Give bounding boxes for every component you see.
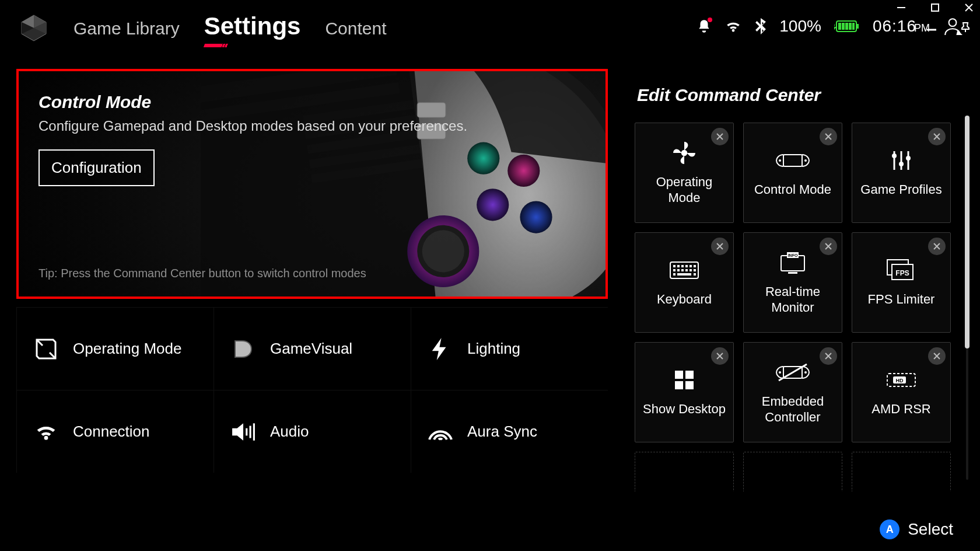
aura-sync-icon [428, 419, 453, 445]
svg-rect-49 [673, 265, 676, 267]
a-button-badge: A [880, 519, 900, 539]
svg-rect-56 [677, 269, 680, 271]
command-center-grid: Operating Mode Control Mode Game Profile… [635, 123, 960, 491]
svg-marker-17 [956, 30, 963, 35]
svg-text:HD: HD [896, 378, 904, 383]
svg-rect-14 [845, 23, 848, 30]
gamevisual-icon [230, 336, 256, 362]
cc-tile-fps-limiter[interactable]: FPS FPS Limiter [852, 232, 951, 333]
svg-rect-74 [685, 381, 694, 389]
cc-tile-empty-slot[interactable]: + [635, 452, 734, 491]
scrollbar[interactable] [965, 116, 970, 480]
remove-tile-button[interactable] [928, 238, 946, 255]
settings-tile-lighting[interactable]: Lighting [411, 307, 608, 390]
svg-point-34 [422, 230, 464, 272]
bottom-hint: A Select [880, 519, 953, 539]
svg-rect-51 [681, 265, 684, 267]
cc-tile-show-desktop[interactable]: Show Desktop [635, 342, 734, 442]
settings-tile-aura-sync[interactable]: Aura Sync [411, 390, 608, 473]
svg-text:INFO: INFO [788, 253, 798, 257]
svg-point-47 [906, 156, 911, 161]
remove-tile-button[interactable] [820, 347, 837, 365]
cc-tile-label: Embedded Controller [744, 393, 842, 426]
cc-tile-label: FPS Limiter [863, 291, 940, 308]
remove-tile-button[interactable] [820, 128, 837, 145]
svg-point-40 [779, 159, 781, 162]
hero-control-mode-panel[interactable]: Control Mode Configure Gamepad and Deskt… [16, 69, 608, 299]
svg-rect-53 [690, 265, 692, 267]
keyboard-icon [669, 257, 699, 283]
audio-icon [230, 419, 256, 445]
svg-rect-59 [690, 269, 692, 271]
remove-tile-button[interactable] [711, 238, 729, 255]
settings-tile-audio[interactable]: Audio [214, 390, 411, 473]
cc-tile-label: Real-time Monitor [744, 284, 842, 316]
settings-tile-label: Audio [270, 423, 309, 441]
svg-point-45 [899, 162, 904, 166]
remove-tile-button[interactable] [928, 128, 946, 145]
cc-tile-label: Game Profiles [856, 182, 946, 198]
remove-tile-button[interactable] [711, 347, 729, 365]
svg-rect-15 [849, 23, 852, 30]
cc-tile-empty-slot[interactable]: + [852, 452, 951, 491]
settings-tile-connection[interactable]: Connection [16, 390, 214, 473]
cc-tile-embedded-controller[interactable]: Embedded Controller [743, 342, 842, 442]
svg-rect-57 [681, 269, 684, 271]
svg-rect-63 [694, 273, 696, 276]
windows-icon [673, 367, 696, 393]
cc-tile-keyboard[interactable]: Keyboard [635, 232, 734, 333]
cc-tile-game-profiles[interactable]: Game Profiles [852, 123, 951, 223]
nav-settings[interactable]: Settings [204, 12, 301, 44]
monitor-info-icon: INFO [779, 250, 807, 276]
operating-mode-icon [33, 336, 59, 362]
clock-time: 06:16PM [873, 17, 930, 36]
cc-tile-empty-slot[interactable]: + [743, 452, 842, 491]
svg-point-41 [804, 159, 807, 162]
svg-rect-71 [675, 371, 683, 379]
configuration-button[interactable]: Configuration [38, 149, 155, 186]
cc-tile-realtime-monitor[interactable]: INFO Real-time Monitor [743, 232, 842, 333]
battery-percent: 100% [779, 17, 821, 36]
svg-rect-36 [250, 426, 251, 438]
remove-tile-button[interactable] [928, 347, 946, 365]
svg-rect-55 [673, 269, 676, 271]
svg-rect-54 [694, 265, 696, 267]
nav-game-library[interactable]: Game Library [74, 19, 180, 42]
handheld-icon [775, 148, 810, 173]
cc-tile-control-mode[interactable]: Control Mode [743, 123, 842, 223]
bluetooth-status-icon[interactable] [755, 18, 766, 34]
command-center-panel: Edit Command Center Operating Mode Contr… [631, 69, 964, 491]
svg-rect-16 [852, 23, 855, 30]
wifi-icon [33, 419, 59, 445]
nav-content[interactable]: Content [325, 19, 386, 42]
svg-point-38 [681, 149, 688, 156]
battery-charging-icon [834, 19, 860, 33]
svg-rect-65 [788, 272, 797, 274]
user-status-icon[interactable] [943, 16, 963, 36]
svg-point-76 [779, 371, 781, 374]
sliders-icon [890, 148, 913, 173]
app-logo-icon [18, 12, 50, 44]
remove-tile-button[interactable] [711, 128, 729, 145]
wifi-status-icon[interactable] [724, 19, 742, 33]
remove-tile-button[interactable] [820, 238, 837, 255]
topbar: Game Library Settings Content 100% 06:16… [0, 0, 980, 56]
scrollbar-thumb[interactable] [965, 116, 970, 348]
svg-rect-58 [685, 269, 688, 271]
settings-tile-operating-mode[interactable]: Operating Mode [16, 307, 214, 390]
fps-icon: FPS [886, 257, 916, 283]
svg-point-43 [892, 154, 897, 158]
cc-tile-amd-rsr[interactable]: HD AMD RSR [852, 342, 951, 442]
svg-rect-50 [677, 265, 680, 267]
notifications-icon[interactable] [696, 19, 712, 34]
cc-tile-label: AMD RSR [867, 401, 935, 417]
svg-rect-61 [673, 273, 676, 276]
cc-tile-operating-mode[interactable]: Operating Mode [635, 123, 734, 223]
svg-rect-73 [675, 381, 683, 389]
settings-grid: Operating Mode GameVisual Lighting Conne… [16, 307, 608, 473]
svg-rect-39 [783, 155, 802, 166]
settings-tile-gamevisual[interactable]: GameVisual [214, 307, 411, 390]
handheld-off-icon [775, 360, 810, 385]
hd-icon: HD [886, 367, 916, 393]
hero-tip-text: Tip: Press the Command Center button to … [38, 267, 366, 280]
